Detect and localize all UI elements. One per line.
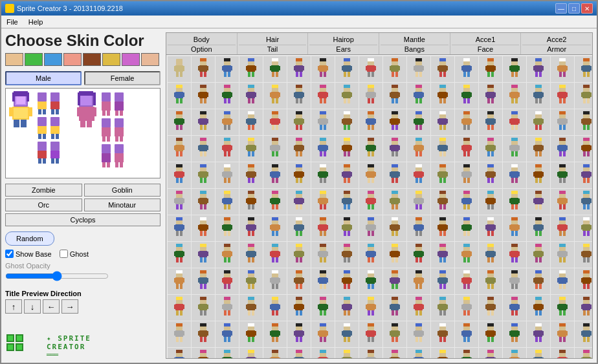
list-item[interactable] xyxy=(455,321,478,347)
list-item[interactable] xyxy=(287,215,311,241)
list-item[interactable] xyxy=(335,83,359,109)
list-item[interactable] xyxy=(168,136,191,162)
list-item[interactable] xyxy=(359,109,382,135)
list-item[interactable] xyxy=(479,242,502,268)
list-item[interactable] xyxy=(239,189,263,215)
gender-female-button[interactable]: Female xyxy=(84,71,161,85)
list-item[interactable] xyxy=(551,268,574,294)
list-item[interactable] xyxy=(239,136,263,162)
list-item[interactable] xyxy=(359,189,382,215)
list-item[interactable] xyxy=(311,295,335,321)
list-item[interactable] xyxy=(263,83,287,109)
sprite-grid[interactable] xyxy=(166,55,592,358)
list-item[interactable] xyxy=(311,83,335,109)
list-item[interactable] xyxy=(311,268,335,294)
list-item[interactable] xyxy=(503,295,526,321)
list-item[interactable] xyxy=(455,268,478,294)
list-item[interactable] xyxy=(287,189,311,215)
list-item[interactable] xyxy=(383,215,406,241)
maximize-button[interactable]: □ xyxy=(568,3,580,14)
list-item[interactable] xyxy=(287,295,311,321)
list-item[interactable] xyxy=(359,295,382,321)
list-item[interactable] xyxy=(455,242,478,268)
list-item[interactable] xyxy=(407,162,430,188)
swatch-tan[interactable] xyxy=(141,53,159,66)
list-item[interactable] xyxy=(216,83,239,109)
list-item[interactable] xyxy=(168,295,191,321)
list-item[interactable] xyxy=(216,295,239,321)
list-item[interactable] xyxy=(287,162,311,188)
list-item[interactable] xyxy=(503,321,526,347)
list-item[interactable] xyxy=(192,83,215,109)
list-item[interactable] xyxy=(383,348,406,358)
list-item[interactable] xyxy=(527,189,550,215)
list-item[interactable] xyxy=(359,242,382,268)
list-item[interactable] xyxy=(168,189,191,215)
list-item[interactable] xyxy=(575,56,592,82)
list-item[interactable] xyxy=(335,109,359,135)
list-item[interactable] xyxy=(168,83,191,109)
list-item[interactable] xyxy=(311,321,335,347)
list-item[interactable] xyxy=(239,268,263,294)
list-item[interactable] xyxy=(192,215,215,241)
list-item[interactable] xyxy=(168,242,191,268)
list-item[interactable] xyxy=(551,162,574,188)
list-item[interactable] xyxy=(503,56,526,82)
list-item[interactable] xyxy=(168,215,191,241)
list-item[interactable] xyxy=(287,136,311,162)
list-item[interactable] xyxy=(192,268,215,294)
list-item[interactable] xyxy=(335,295,359,321)
list-item[interactable] xyxy=(527,83,550,109)
list-item[interactable] xyxy=(431,56,454,82)
list-item[interactable] xyxy=(407,268,430,294)
list-item[interactable] xyxy=(216,109,239,135)
list-item[interactable] xyxy=(575,321,592,347)
list-item[interactable] xyxy=(239,215,263,241)
list-item[interactable] xyxy=(311,215,335,241)
list-item[interactable] xyxy=(503,268,526,294)
list-item[interactable] xyxy=(287,83,311,109)
list-item[interactable] xyxy=(455,56,478,82)
list-item[interactable] xyxy=(335,189,359,215)
list-item[interactable] xyxy=(455,109,478,135)
list-item[interactable] xyxy=(192,348,215,358)
list-item[interactable] xyxy=(216,348,239,358)
list-item[interactable] xyxy=(575,189,592,215)
list-item[interactable] xyxy=(431,162,454,188)
list-item[interactable] xyxy=(287,109,311,135)
list-item[interactable] xyxy=(168,348,191,358)
race-minotaur-button[interactable]: Minotaur xyxy=(84,198,161,211)
list-item[interactable] xyxy=(527,56,550,82)
list-item[interactable] xyxy=(383,83,406,109)
list-item[interactable] xyxy=(287,268,311,294)
list-item[interactable] xyxy=(407,348,430,358)
list-item[interactable] xyxy=(192,136,215,162)
list-item[interactable] xyxy=(335,162,359,188)
list-item[interactable] xyxy=(216,136,239,162)
list-item[interactable] xyxy=(239,321,263,347)
list-item[interactable] xyxy=(287,56,311,82)
list-item[interactable] xyxy=(455,189,478,215)
list-item[interactable] xyxy=(168,268,191,294)
list-item[interactable] xyxy=(575,242,592,268)
list-item[interactable] xyxy=(575,162,592,188)
list-item[interactable] xyxy=(407,109,430,135)
list-item[interactable] xyxy=(287,242,311,268)
list-item[interactable] xyxy=(263,215,287,241)
list-item[interactable] xyxy=(551,56,574,82)
dir-left-button[interactable]: ← xyxy=(43,299,60,314)
list-item[interactable] xyxy=(527,348,550,358)
list-item[interactable] xyxy=(359,162,382,188)
list-item[interactable] xyxy=(335,242,359,268)
list-item[interactable] xyxy=(503,109,526,135)
list-item[interactable] xyxy=(383,162,406,188)
list-item[interactable] xyxy=(479,348,502,358)
list-item[interactable] xyxy=(575,295,592,321)
list-item[interactable] xyxy=(551,136,574,162)
list-item[interactable] xyxy=(311,189,335,215)
list-item[interactable] xyxy=(455,348,478,358)
list-item[interactable] xyxy=(359,56,382,82)
list-item[interactable] xyxy=(431,215,454,241)
race-cyclops-button[interactable]: Cyclops xyxy=(5,213,161,226)
list-item[interactable] xyxy=(192,56,215,82)
